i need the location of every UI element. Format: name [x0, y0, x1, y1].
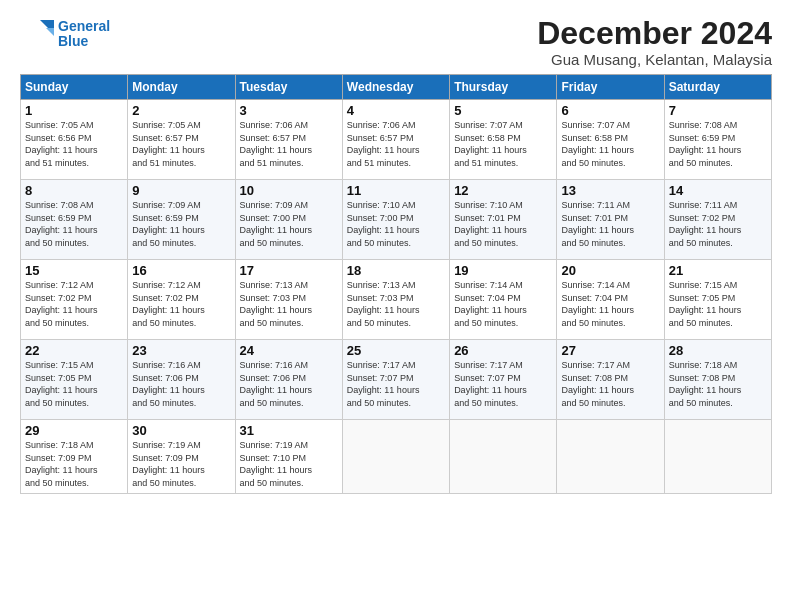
day-info: Sunrise: 7:07 AM Sunset: 6:58 PM Dayligh… [561, 119, 659, 169]
col-tuesday: Tuesday [235, 75, 342, 100]
table-row [342, 420, 449, 493]
day-info: Sunrise: 7:12 AM Sunset: 7:02 PM Dayligh… [25, 279, 123, 329]
table-row: 17Sunrise: 7:13 AM Sunset: 7:03 PM Dayli… [235, 260, 342, 340]
table-row [450, 420, 557, 493]
day-number: 31 [240, 423, 338, 438]
day-info: Sunrise: 7:10 AM Sunset: 7:01 PM Dayligh… [454, 199, 552, 249]
table-row [664, 420, 771, 493]
logo-general: General [58, 19, 110, 34]
day-info: Sunrise: 7:14 AM Sunset: 7:04 PM Dayligh… [454, 279, 552, 329]
calendar-table: Sunday Monday Tuesday Wednesday Thursday… [20, 74, 772, 493]
day-info: Sunrise: 7:19 AM Sunset: 7:09 PM Dayligh… [132, 439, 230, 489]
table-row: 29Sunrise: 7:18 AM Sunset: 7:09 PM Dayli… [21, 420, 128, 493]
day-info: Sunrise: 7:13 AM Sunset: 7:03 PM Dayligh… [240, 279, 338, 329]
table-row: 23Sunrise: 7:16 AM Sunset: 7:06 PM Dayli… [128, 340, 235, 420]
table-row: 19Sunrise: 7:14 AM Sunset: 7:04 PM Dayli… [450, 260, 557, 340]
day-number: 17 [240, 263, 338, 278]
day-number: 19 [454, 263, 552, 278]
day-number: 23 [132, 343, 230, 358]
svg-marker-2 [46, 28, 54, 36]
table-row: 21Sunrise: 7:15 AM Sunset: 7:05 PM Dayli… [664, 260, 771, 340]
table-row: 13Sunrise: 7:11 AM Sunset: 7:01 PM Dayli… [557, 180, 664, 260]
table-row: 25Sunrise: 7:17 AM Sunset: 7:07 PM Dayli… [342, 340, 449, 420]
subtitle: Gua Musang, Kelantan, Malaysia [537, 51, 772, 68]
table-row: 7Sunrise: 7:08 AM Sunset: 6:59 PM Daylig… [664, 100, 771, 180]
table-row: 8Sunrise: 7:08 AM Sunset: 6:59 PM Daylig… [21, 180, 128, 260]
day-info: Sunrise: 7:19 AM Sunset: 7:10 PM Dayligh… [240, 439, 338, 489]
day-info: Sunrise: 7:15 AM Sunset: 7:05 PM Dayligh… [25, 359, 123, 409]
table-row: 10Sunrise: 7:09 AM Sunset: 7:00 PM Dayli… [235, 180, 342, 260]
day-number: 5 [454, 103, 552, 118]
table-row: 31Sunrise: 7:19 AM Sunset: 7:10 PM Dayli… [235, 420, 342, 493]
table-row: 24Sunrise: 7:16 AM Sunset: 7:06 PM Dayli… [235, 340, 342, 420]
logo-icon [20, 16, 56, 52]
day-number: 8 [25, 183, 123, 198]
day-number: 16 [132, 263, 230, 278]
table-row: 6Sunrise: 7:07 AM Sunset: 6:58 PM Daylig… [557, 100, 664, 180]
table-row [557, 420, 664, 493]
day-number: 11 [347, 183, 445, 198]
table-row: 12Sunrise: 7:10 AM Sunset: 7:01 PM Dayli… [450, 180, 557, 260]
day-number: 25 [347, 343, 445, 358]
day-number: 7 [669, 103, 767, 118]
col-friday: Friday [557, 75, 664, 100]
day-info: Sunrise: 7:06 AM Sunset: 6:57 PM Dayligh… [347, 119, 445, 169]
day-number: 21 [669, 263, 767, 278]
day-number: 10 [240, 183, 338, 198]
table-row: 28Sunrise: 7:18 AM Sunset: 7:08 PM Dayli… [664, 340, 771, 420]
table-row: 4Sunrise: 7:06 AM Sunset: 6:57 PM Daylig… [342, 100, 449, 180]
table-row: 30Sunrise: 7:19 AM Sunset: 7:09 PM Dayli… [128, 420, 235, 493]
table-row: 11Sunrise: 7:10 AM Sunset: 7:00 PM Dayli… [342, 180, 449, 260]
day-info: Sunrise: 7:12 AM Sunset: 7:02 PM Dayligh… [132, 279, 230, 329]
day-number: 14 [669, 183, 767, 198]
day-number: 9 [132, 183, 230, 198]
table-row: 15Sunrise: 7:12 AM Sunset: 7:02 PM Dayli… [21, 260, 128, 340]
day-number: 30 [132, 423, 230, 438]
logo: General Blue [20, 16, 110, 52]
day-number: 18 [347, 263, 445, 278]
day-number: 3 [240, 103, 338, 118]
logo-text: General Blue [58, 19, 110, 50]
col-saturday: Saturday [664, 75, 771, 100]
table-row: 22Sunrise: 7:15 AM Sunset: 7:05 PM Dayli… [21, 340, 128, 420]
logo-inner: General Blue [20, 16, 110, 52]
day-info: Sunrise: 7:09 AM Sunset: 7:00 PM Dayligh… [240, 199, 338, 249]
day-info: Sunrise: 7:08 AM Sunset: 6:59 PM Dayligh… [669, 119, 767, 169]
day-number: 15 [25, 263, 123, 278]
table-row: 18Sunrise: 7:13 AM Sunset: 7:03 PM Dayli… [342, 260, 449, 340]
day-info: Sunrise: 7:11 AM Sunset: 7:02 PM Dayligh… [669, 199, 767, 249]
day-number: 24 [240, 343, 338, 358]
day-number: 20 [561, 263, 659, 278]
day-number: 13 [561, 183, 659, 198]
day-info: Sunrise: 7:16 AM Sunset: 7:06 PM Dayligh… [132, 359, 230, 409]
day-info: Sunrise: 7:11 AM Sunset: 7:01 PM Dayligh… [561, 199, 659, 249]
day-number: 28 [669, 343, 767, 358]
day-number: 1 [25, 103, 123, 118]
table-row: 3Sunrise: 7:06 AM Sunset: 6:57 PM Daylig… [235, 100, 342, 180]
col-thursday: Thursday [450, 75, 557, 100]
day-info: Sunrise: 7:18 AM Sunset: 7:08 PM Dayligh… [669, 359, 767, 409]
day-info: Sunrise: 7:14 AM Sunset: 7:04 PM Dayligh… [561, 279, 659, 329]
day-info: Sunrise: 7:15 AM Sunset: 7:05 PM Dayligh… [669, 279, 767, 329]
day-info: Sunrise: 7:16 AM Sunset: 7:06 PM Dayligh… [240, 359, 338, 409]
col-wednesday: Wednesday [342, 75, 449, 100]
day-info: Sunrise: 7:13 AM Sunset: 7:03 PM Dayligh… [347, 279, 445, 329]
day-info: Sunrise: 7:06 AM Sunset: 6:57 PM Dayligh… [240, 119, 338, 169]
day-info: Sunrise: 7:10 AM Sunset: 7:00 PM Dayligh… [347, 199, 445, 249]
calendar-page: General Blue December 2024 Gua Musang, K… [0, 0, 792, 612]
day-info: Sunrise: 7:09 AM Sunset: 6:59 PM Dayligh… [132, 199, 230, 249]
table-row: 9Sunrise: 7:09 AM Sunset: 6:59 PM Daylig… [128, 180, 235, 260]
day-info: Sunrise: 7:17 AM Sunset: 7:07 PM Dayligh… [347, 359, 445, 409]
day-info: Sunrise: 7:17 AM Sunset: 7:07 PM Dayligh… [454, 359, 552, 409]
day-number: 6 [561, 103, 659, 118]
title-block: December 2024 Gua Musang, Kelantan, Mala… [537, 16, 772, 68]
day-number: 4 [347, 103, 445, 118]
day-number: 29 [25, 423, 123, 438]
header: General Blue December 2024 Gua Musang, K… [20, 16, 772, 68]
table-row: 1Sunrise: 7:05 AM Sunset: 6:56 PM Daylig… [21, 100, 128, 180]
day-number: 22 [25, 343, 123, 358]
day-number: 12 [454, 183, 552, 198]
table-row: 27Sunrise: 7:17 AM Sunset: 7:08 PM Dayli… [557, 340, 664, 420]
col-sunday: Sunday [21, 75, 128, 100]
logo-blue: Blue [58, 34, 110, 49]
